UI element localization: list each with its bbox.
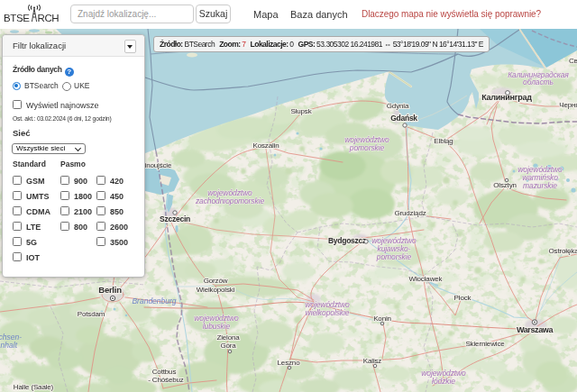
svg-text:lubuskie: lubuskie bbox=[203, 322, 231, 331]
svg-text:Berlin: Berlin bbox=[98, 285, 122, 295]
svg-text:Koszalin: Koszalin bbox=[252, 141, 279, 150]
svg-text:Halle (Saale): Halle (Saale) bbox=[14, 383, 54, 391]
svg-text:RCH: RCH bbox=[38, 13, 60, 23]
svg-text:pomorskie: pomorskie bbox=[376, 252, 412, 261]
svg-text:zachodniopomorskie: zachodniopomorskie bbox=[195, 196, 265, 205]
svg-text:Cottbus: Cottbus bbox=[152, 368, 177, 376]
svg-text:Kalisz: Kalisz bbox=[363, 357, 382, 365]
svg-text:Szczecin: Szczecin bbox=[160, 214, 190, 223]
svg-text:mazurskie: mazurskie bbox=[523, 181, 557, 190]
svg-text:Brandenburg: Brandenburg bbox=[132, 296, 176, 305]
svg-text:Zielona: Zielona bbox=[216, 333, 240, 342]
svg-text:Черняховск: Черняховск bbox=[559, 101, 577, 109]
svg-text:область: область bbox=[523, 77, 554, 87]
svg-text:Leszno: Leszno bbox=[278, 359, 301, 367]
svg-text:Grudziądz: Grudziądz bbox=[394, 209, 426, 217]
svg-text:Ostrołęka: Ostrołęka bbox=[549, 247, 577, 255]
svg-text:Słupsk: Słupsk bbox=[290, 107, 312, 115]
svg-text:Anhalt: Anhalt bbox=[0, 341, 18, 350]
svg-text:- Chóśebuz: - Chóśebuz bbox=[148, 376, 184, 384]
svg-text:Elbląg: Elbląg bbox=[434, 137, 453, 145]
svg-text:Potsdam: Potsdam bbox=[78, 310, 105, 318]
svg-text:Włocławek: Włocławek bbox=[409, 275, 444, 283]
svg-text:Warszawa: Warszawa bbox=[517, 325, 554, 334]
svg-text:Konin: Konin bbox=[373, 315, 391, 323]
svg-text:Olsztyn: Olsztyn bbox=[493, 181, 517, 189]
svg-text:Gdańsk: Gdańsk bbox=[390, 114, 417, 123]
svg-text:BTSE: BTSE bbox=[4, 13, 30, 23]
svg-text:Wielkopolski: Wielkopolski bbox=[197, 286, 235, 294]
svg-text:pomorskie: pomorskie bbox=[349, 143, 385, 152]
svg-text:Góra: Góra bbox=[220, 342, 236, 350]
svg-text:Gdynia: Gdynia bbox=[387, 102, 409, 110]
svg-text:wielkopolskie: wielkopolskie bbox=[306, 308, 350, 317]
svg-text:łódzkie: łódzkie bbox=[432, 377, 455, 386]
svg-text:Bydgoszcz: Bydgoszcz bbox=[328, 236, 366, 245]
svg-text:Gorzów: Gorzów bbox=[204, 277, 228, 285]
svg-text:Płock: Płock bbox=[454, 294, 472, 302]
svg-text:Skierniewice: Skierniewice bbox=[465, 340, 505, 348]
svg-text:Све: Све bbox=[569, 57, 577, 65]
